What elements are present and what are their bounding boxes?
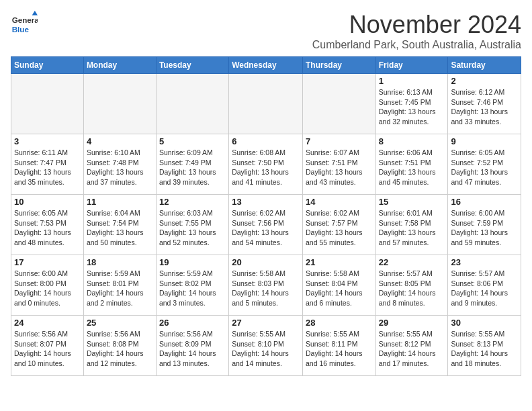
column-header-tuesday: Tuesday [156, 57, 228, 74]
calendar-cell: 24Sunrise: 5:56 AM Sunset: 8:07 PM Dayli… [11, 316, 84, 376]
calendar-cell: 1Sunrise: 6:13 AM Sunset: 7:45 PM Daylig… [375, 74, 448, 134]
column-header-sunday: Sunday [11, 57, 84, 74]
day-number: 21 [306, 257, 373, 267]
calendar-cell: 17Sunrise: 6:00 AM Sunset: 8:00 PM Dayli… [11, 255, 84, 316]
column-header-friday: Friday [375, 57, 448, 74]
calendar-cell: 25Sunrise: 5:56 AM Sunset: 8:08 PM Dayli… [83, 316, 156, 376]
column-header-thursday: Thursday [302, 57, 375, 74]
day-number: 8 [379, 136, 445, 146]
day-info: Sunrise: 5:56 AM Sunset: 8:09 PM Dayligh… [159, 329, 226, 369]
calendar-cell: 6Sunrise: 6:08 AM Sunset: 7:50 PM Daylig… [229, 134, 303, 195]
calendar-cell: 19Sunrise: 5:59 AM Sunset: 8:02 PM Dayli… [156, 255, 228, 316]
day-info: Sunrise: 5:55 AM Sunset: 8:13 PM Dayligh… [451, 329, 518, 369]
calendar-cell: 27Sunrise: 5:55 AM Sunset: 8:10 PM Dayli… [229, 316, 303, 376]
column-header-monday: Monday [83, 57, 156, 74]
calendar-cell [11, 74, 84, 134]
day-info: Sunrise: 5:59 AM Sunset: 8:01 PM Dayligh… [87, 269, 153, 308]
day-info: Sunrise: 5:57 AM Sunset: 8:05 PM Dayligh… [379, 269, 445, 308]
calendar-cell: 18Sunrise: 5:59 AM Sunset: 8:01 PM Dayli… [83, 255, 156, 316]
day-number: 13 [232, 197, 300, 207]
day-number: 7 [306, 136, 373, 146]
calendar-week-row: 1Sunrise: 6:13 AM Sunset: 7:45 PM Daylig… [11, 74, 521, 134]
day-number: 29 [379, 318, 445, 328]
day-number: 15 [379, 197, 445, 207]
calendar-cell: 14Sunrise: 6:02 AM Sunset: 7:57 PM Dayli… [302, 195, 375, 255]
day-number: 17 [14, 257, 81, 267]
day-info: Sunrise: 6:05 AM Sunset: 7:53 PM Dayligh… [14, 208, 81, 248]
day-number: 9 [451, 136, 518, 146]
day-info: Sunrise: 6:03 AM Sunset: 7:55 PM Dayligh… [159, 208, 226, 248]
calendar-cell: 4Sunrise: 6:10 AM Sunset: 7:48 PM Daylig… [83, 134, 156, 195]
location-subtitle: Cumberland Park, South Australia, Austra… [312, 39, 521, 51]
day-number: 2 [451, 76, 518, 86]
calendar-week-row: 24Sunrise: 5:56 AM Sunset: 8:07 PM Dayli… [11, 316, 521, 376]
day-number: 27 [232, 318, 300, 328]
calendar-cell [229, 74, 303, 134]
day-info: Sunrise: 5:55 AM Sunset: 8:10 PM Dayligh… [232, 329, 300, 369]
day-info: Sunrise: 6:02 AM Sunset: 7:57 PM Dayligh… [306, 208, 373, 248]
day-info: Sunrise: 6:00 AM Sunset: 7:59 PM Dayligh… [451, 208, 518, 248]
calendar-week-row: 3Sunrise: 6:11 AM Sunset: 7:47 PM Daylig… [11, 134, 521, 195]
calendar-cell: 13Sunrise: 6:02 AM Sunset: 7:56 PM Dayli… [229, 195, 303, 255]
calendar-cell: 11Sunrise: 6:04 AM Sunset: 7:54 PM Dayli… [83, 195, 156, 255]
day-info: Sunrise: 6:02 AM Sunset: 7:56 PM Dayligh… [232, 208, 300, 248]
calendar-week-row: 17Sunrise: 6:00 AM Sunset: 8:00 PM Dayli… [11, 255, 521, 316]
day-info: Sunrise: 6:06 AM Sunset: 7:51 PM Dayligh… [379, 148, 445, 187]
month-year-title: November 2024 [312, 11, 521, 39]
calendar-cell: 9Sunrise: 6:05 AM Sunset: 7:52 PM Daylig… [448, 134, 521, 195]
calendar-cell: 8Sunrise: 6:06 AM Sunset: 7:51 PM Daylig… [375, 134, 448, 195]
day-number: 5 [159, 136, 226, 146]
page-header: General Blue November 2024 Cumberland Pa… [11, 11, 521, 51]
calendar-cell: 23Sunrise: 5:57 AM Sunset: 8:06 PM Dayli… [448, 255, 521, 316]
day-number: 4 [87, 136, 153, 146]
calendar-cell [302, 74, 375, 134]
calendar-cell: 3Sunrise: 6:11 AM Sunset: 7:47 PM Daylig… [11, 134, 84, 195]
day-info: Sunrise: 6:09 AM Sunset: 7:49 PM Dayligh… [159, 148, 226, 187]
calendar-cell: 26Sunrise: 5:56 AM Sunset: 8:09 PM Dayli… [156, 316, 228, 376]
calendar-cell: 21Sunrise: 5:58 AM Sunset: 8:04 PM Dayli… [302, 255, 375, 316]
title-block: November 2024 Cumberland Park, South Aus… [312, 11, 521, 51]
day-number: 12 [159, 197, 226, 207]
day-info: Sunrise: 6:12 AM Sunset: 7:46 PM Dayligh… [451, 87, 518, 127]
svg-text:General: General [12, 15, 38, 24]
calendar-cell [156, 74, 228, 134]
day-info: Sunrise: 6:13 AM Sunset: 7:45 PM Dayligh… [379, 87, 445, 127]
svg-text:Blue: Blue [12, 25, 30, 34]
calendar-cell: 15Sunrise: 6:01 AM Sunset: 7:58 PM Dayli… [375, 195, 448, 255]
logo-icon: General Blue [11, 11, 38, 38]
day-number: 18 [87, 257, 153, 267]
day-info: Sunrise: 6:05 AM Sunset: 7:52 PM Dayligh… [451, 148, 518, 187]
day-info: Sunrise: 5:58 AM Sunset: 8:03 PM Dayligh… [232, 269, 300, 308]
day-info: Sunrise: 5:58 AM Sunset: 8:04 PM Dayligh… [306, 269, 373, 308]
day-number: 25 [87, 318, 153, 328]
calendar-cell: 20Sunrise: 5:58 AM Sunset: 8:03 PM Dayli… [229, 255, 303, 316]
day-number: 3 [14, 136, 81, 146]
calendar-cell: 10Sunrise: 6:05 AM Sunset: 7:53 PM Dayli… [11, 195, 84, 255]
day-info: Sunrise: 5:57 AM Sunset: 8:06 PM Dayligh… [451, 269, 518, 308]
day-number: 16 [451, 197, 518, 207]
day-number: 23 [451, 257, 518, 267]
day-info: Sunrise: 5:55 AM Sunset: 8:12 PM Dayligh… [379, 329, 445, 369]
calendar-cell: 5Sunrise: 6:09 AM Sunset: 7:49 PM Daylig… [156, 134, 228, 195]
calendar-cell: 16Sunrise: 6:00 AM Sunset: 7:59 PM Dayli… [448, 195, 521, 255]
calendar-cell: 22Sunrise: 5:57 AM Sunset: 8:05 PM Dayli… [375, 255, 448, 316]
column-header-saturday: Saturday [448, 57, 521, 74]
day-info: Sunrise: 5:59 AM Sunset: 8:02 PM Dayligh… [159, 269, 226, 308]
calendar-table: SundayMondayTuesdayWednesdayThursdayFrid… [11, 56, 521, 376]
day-info: Sunrise: 6:08 AM Sunset: 7:50 PM Dayligh… [232, 148, 300, 187]
day-info: Sunrise: 5:56 AM Sunset: 8:08 PM Dayligh… [87, 329, 153, 369]
day-number: 14 [306, 197, 373, 207]
day-number: 24 [14, 318, 81, 328]
calendar-cell: 2Sunrise: 6:12 AM Sunset: 7:46 PM Daylig… [448, 74, 521, 134]
day-info: Sunrise: 6:00 AM Sunset: 8:00 PM Dayligh… [14, 269, 81, 308]
day-number: 26 [159, 318, 226, 328]
day-number: 19 [159, 257, 226, 267]
day-info: Sunrise: 6:01 AM Sunset: 7:58 PM Dayligh… [379, 208, 445, 248]
calendar-header-row: SundayMondayTuesdayWednesdayThursdayFrid… [11, 57, 521, 74]
svg-marker-2 [32, 11, 38, 15]
calendar-cell: 30Sunrise: 5:55 AM Sunset: 8:13 PM Dayli… [448, 316, 521, 376]
day-info: Sunrise: 6:04 AM Sunset: 7:54 PM Dayligh… [87, 208, 153, 248]
day-info: Sunrise: 5:55 AM Sunset: 8:11 PM Dayligh… [306, 329, 373, 369]
calendar-cell [83, 74, 156, 134]
calendar-cell: 29Sunrise: 5:55 AM Sunset: 8:12 PM Dayli… [375, 316, 448, 376]
